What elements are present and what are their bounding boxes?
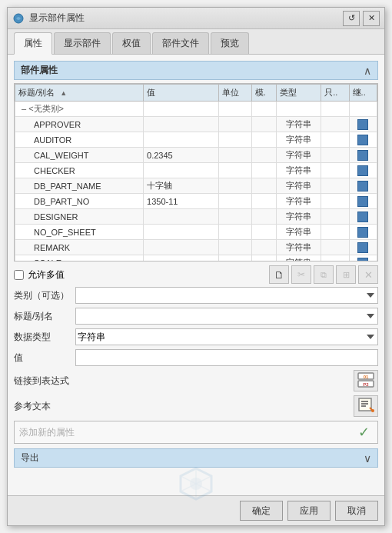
apply-button[interactable]: 应用 xyxy=(287,501,331,521)
tab-part-file[interactable]: 部件文件 xyxy=(152,32,209,54)
new-icon: 🗋 xyxy=(274,269,284,281)
table-row[interactable]: – <无类别> xyxy=(15,102,377,117)
export-label: 导出 xyxy=(21,451,39,465)
ok-button[interactable]: 确定 xyxy=(240,501,283,521)
table-row[interactable]: DESIGNER 字符串 xyxy=(15,209,377,225)
link-label: 链接到表达式 xyxy=(14,375,354,388)
col-name: 标题/别名 ▲ xyxy=(15,85,144,102)
row-type-cell: 字符串 xyxy=(276,225,321,240)
table-header-row: 标题/别名 ▲ 值 单位 模. 类型 只.. 继.. xyxy=(15,85,377,102)
row-inherit-cell xyxy=(349,240,377,255)
row-readonly-cell xyxy=(321,178,349,194)
row-unit-cell xyxy=(218,117,251,132)
delete-button[interactable]: ✕ xyxy=(358,265,378,284)
row-type-cell: 字符串 xyxy=(276,132,321,148)
row-unit-cell xyxy=(218,209,251,225)
row-value-cell xyxy=(144,117,218,132)
row-readonly-cell xyxy=(321,255,349,262)
row-inherit-cell xyxy=(349,102,377,117)
row-readonly-cell xyxy=(321,194,349,209)
refresh-button[interactable]: ↺ xyxy=(343,11,360,26)
row-readonly-cell xyxy=(321,163,349,178)
link-expression-icon: 01 P2 xyxy=(357,371,375,391)
row-value-cell xyxy=(144,132,218,148)
category-row: 类别（可选） xyxy=(14,287,378,304)
row-type-cell: 字符串 xyxy=(276,178,321,194)
row-value-cell: 十字轴 xyxy=(144,178,218,194)
link-expression-button[interactable]: 01 P2 xyxy=(354,370,378,391)
paste-button[interactable]: ⊞ xyxy=(336,265,356,284)
row-name-cell: NO_OF_SHEET xyxy=(15,225,144,240)
row-inherit-cell xyxy=(349,255,377,262)
copy-icon: ⧉ xyxy=(321,270,327,280)
row-unit-cell xyxy=(218,194,251,209)
paste-icon: ⊞ xyxy=(343,270,350,280)
row-type-cell: 字符串 xyxy=(276,194,321,209)
name-row: 标题/别名 xyxy=(14,308,378,325)
row-readonly-cell xyxy=(321,148,349,163)
tab-preview[interactable]: 预览 xyxy=(211,32,249,54)
section-header: 部件属性 ∧ xyxy=(14,61,378,80)
type-select[interactable]: 字符串 整数 实数 布尔 URL xyxy=(75,328,378,345)
col-type: 类型 xyxy=(276,85,321,102)
export-expand-icon[interactable]: ∨ xyxy=(364,452,371,465)
allow-multiple-checkbox[interactable] xyxy=(14,270,24,280)
section-collapse-icon[interactable]: ∧ xyxy=(364,65,371,77)
ref-text-button[interactable] xyxy=(354,395,378,417)
row-mod-cell xyxy=(251,163,276,178)
table-row[interactable]: DB_PART_NO 1350-11 字符串 xyxy=(15,194,377,209)
table-row[interactable]: REMARK 字符串 xyxy=(15,240,377,255)
table-row[interactable]: SCALE 字符串 xyxy=(15,255,377,262)
tab-display-part[interactable]: 显示部件 xyxy=(54,32,111,54)
row-type-cell: 字符串 xyxy=(276,255,321,262)
row-mod-cell xyxy=(251,148,276,163)
table-row[interactable]: APPROVER 字符串 xyxy=(15,117,377,132)
add-property-confirm-button[interactable]: ✓ xyxy=(354,424,373,441)
row-name-cell: AUDITOR xyxy=(15,132,144,148)
row-inherit-cell xyxy=(349,117,377,132)
tab-weights[interactable]: 权值 xyxy=(112,32,151,54)
value-input[interactable] xyxy=(75,349,378,366)
row-type-cell: 字符串 xyxy=(276,117,321,132)
window-title: 显示部件属性 xyxy=(29,12,343,25)
add-property-row[interactable]: 添加新的属性 ✓ xyxy=(14,421,378,444)
row-value-cell xyxy=(144,209,218,225)
table-row[interactable]: CHECKER 字符串 xyxy=(15,163,377,178)
cancel-button[interactable]: 取消 xyxy=(335,501,378,521)
close-button[interactable]: ✕ xyxy=(363,11,380,26)
ref-row: 参考文本 xyxy=(14,395,378,417)
category-select[interactable] xyxy=(75,287,378,304)
row-name-cell: APPROVER xyxy=(15,117,144,132)
row-name-cell: CHECKER xyxy=(15,163,144,178)
row-inherit-cell xyxy=(349,163,377,178)
copy-button[interactable]: ⧉ xyxy=(314,265,334,284)
table-row[interactable]: AUDITOR 字符串 xyxy=(15,132,377,148)
watermark-logo xyxy=(177,465,215,503)
category-label: 类别（可选） xyxy=(14,289,75,302)
row-unit-cell xyxy=(218,102,251,117)
tab-properties[interactable]: 属性 xyxy=(14,32,52,55)
row-mod-cell xyxy=(251,117,276,132)
table-row[interactable]: DB_PART_NAME 十字轴 字符串 xyxy=(15,178,377,194)
col-value: 值 xyxy=(144,85,218,102)
table-row[interactable]: CAL_WEIGHT 0.2345 字符串 xyxy=(15,148,377,163)
row-name-cell: CAL_WEIGHT xyxy=(15,148,144,163)
name-select[interactable] xyxy=(75,308,378,325)
row-name-cell: DESIGNER xyxy=(15,209,144,225)
delete-icon: ✕ xyxy=(364,269,373,281)
attributes-table-container[interactable]: 标题/别名 ▲ 值 单位 模. 类型 只.. 继.. – <无类别> xyxy=(14,83,378,262)
row-inherit-cell xyxy=(349,132,377,148)
row-value-cell xyxy=(144,102,218,117)
row-readonly-cell xyxy=(321,117,349,132)
row-mod-cell xyxy=(251,194,276,209)
col-mod: 模. xyxy=(251,85,276,102)
new-property-button[interactable]: 🗋 xyxy=(269,265,289,284)
row-unit-cell xyxy=(218,255,251,262)
row-inherit-cell xyxy=(349,209,377,225)
cut-button[interactable]: ✂ xyxy=(291,265,311,284)
row-inherit-cell xyxy=(349,178,377,194)
svg-text:01: 01 xyxy=(364,375,369,379)
table-row[interactable]: NO_OF_SHEET 字符串 xyxy=(15,225,377,240)
value-label: 值 xyxy=(14,351,75,365)
row-mod-cell xyxy=(251,240,276,255)
